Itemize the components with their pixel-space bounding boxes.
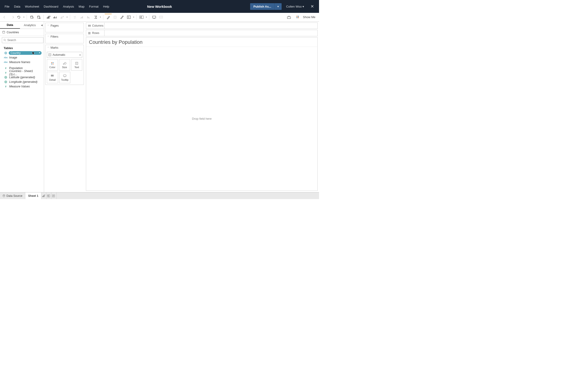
showme-icon[interactable] [294,14,301,21]
svg-rect-2 [39,18,40,19]
show-cards-icon[interactable] [138,14,145,21]
tab-sheet1[interactable]: Sheet 1 [25,192,41,199]
presentation-icon[interactable] [151,14,157,21]
chevron-up-icon: ⌃ [47,47,49,49]
marks-color[interactable]: Color [47,59,58,71]
menu-file[interactable]: File [2,3,12,10]
field-label: Population [9,67,23,70]
clear-icon[interactable] [59,14,66,21]
highlight-icon[interactable] [105,14,112,21]
columns-shelf[interactable]: Columns [86,23,318,29]
collapse-sidebar-icon[interactable]: ◀ [40,22,44,29]
globe-icon [4,81,7,83]
swap-icon[interactable] [71,14,78,21]
showme-button[interactable]: Show Me [303,15,315,19]
field-latitude[interactable]: Latitude (generated) [0,75,44,80]
marks-size[interactable]: Size [59,59,70,71]
sort-desc-icon[interactable] [85,14,92,21]
text-icon: T [75,61,78,65]
titlebar-right: Publish As... ▼ Colten Woo ▾ ✕ [250,3,319,10]
fit-icon[interactable] [125,14,132,21]
new-datasource-icon[interactable] [28,14,35,21]
clear-dropdown[interactable]: ▾ [66,16,69,18]
format-icon[interactable] [119,14,125,21]
workbook-title: New Workbook [147,5,172,8]
new-story-tab-icon[interactable] [52,192,57,199]
menu-map[interactable]: Map [76,3,86,10]
pages-card[interactable]: ⌃Pages [45,23,84,32]
menu-worksheet[interactable]: Worksheet [23,3,41,10]
svg-rect-15 [82,16,83,18]
fit-dropdown[interactable]: ▾ [132,16,135,18]
menu-analysis[interactable]: Analysis [61,3,76,10]
hash-icon: # [4,67,7,69]
field-countries-count[interactable]: # Countries - Sheet1 (3).c... [0,70,44,75]
columns-dropzone[interactable] [104,23,317,29]
field-label: Latitude (generated) [9,76,35,79]
svg-rect-63 [44,195,44,197]
viz-dropzone[interactable]: Drop field here [86,47,317,191]
revert-dropdown[interactable]: ▾ [23,16,25,18]
svg-rect-24 [141,16,143,19]
rows-label: Rows [86,30,104,36]
redo-icon[interactable] [9,14,16,21]
publish-dropdown[interactable]: ▼ [275,3,282,10]
titlebar: File Data Worksheet Dashboard Analysis M… [0,0,319,13]
duplicate-icon[interactable] [52,14,59,21]
user-menu[interactable]: Colten Woo ▾ [284,3,306,10]
marks-detail[interactable]: Detail [47,72,58,83]
tab-datasource[interactable]: Data Source [0,192,25,199]
publish-group: Publish As... ▼ [250,3,281,10]
rows-dropzone[interactable] [104,30,317,36]
close-icon[interactable]: ✕ [309,3,316,10]
pause-updates-icon[interactable] [35,14,42,21]
datasource-row[interactable]: Countries [0,29,44,36]
field-measure-values[interactable]: # Measure Values [0,84,44,89]
new-worksheet-tab-icon[interactable] [41,192,46,199]
sort-asc-icon[interactable] [78,14,85,21]
menu-help[interactable]: Help [101,3,112,10]
svg-rect-28 [296,16,297,17]
hash-icon: # [4,85,7,88]
rows-shelf[interactable]: Rows [86,30,318,36]
tab-data[interactable]: Data [0,22,20,29]
new-worksheet-icon[interactable] [45,14,52,21]
new-dashboard-tab-icon[interactable] [46,192,52,199]
svg-rect-52 [53,76,53,76]
publish-button[interactable]: Publish As... [250,3,275,10]
tab-analytics[interactable]: Analytics [20,22,40,29]
totals-dropdown[interactable]: ▾ [99,16,102,18]
cards-column: ⌃Pages ⌃Filters ⌃Marks T Automatic Color [44,22,85,192]
sheet-title[interactable]: Countries by Population [86,37,317,46]
svg-rect-53 [63,75,66,77]
columns-label: Columns [86,23,104,29]
field-country[interactable]: Country [0,51,44,55]
revert-icon[interactable] [16,14,23,21]
show-cards-dropdown[interactable]: ▾ [145,16,148,18]
share-icon[interactable] [157,14,164,21]
search-input[interactable] [7,39,42,42]
svg-rect-65 [47,196,48,197]
field-measure-names[interactable]: Abc Measure Names [0,60,44,65]
svg-rect-59 [88,34,90,34]
field-longitude[interactable]: Longitude (generated) [0,80,44,84]
menu-dashboard[interactable]: Dashboard [41,3,61,10]
marks-tooltip[interactable]: Tooltip [59,72,70,83]
filters-card[interactable]: ⌃Filters [45,34,84,43]
svg-text:T: T [115,16,116,18]
field-image[interactable]: Abc Image [0,55,44,60]
filters-label: Filters [51,35,58,38]
totals-icon[interactable] [92,14,99,21]
menu-format[interactable]: Format [87,3,101,10]
data-guide-icon[interactable] [285,14,292,21]
size-icon [63,61,66,65]
undo-icon[interactable] [2,14,9,21]
svg-rect-30 [296,17,297,18]
search-box[interactable] [2,37,43,43]
svg-point-40 [52,62,53,63]
detail-icon [51,74,54,78]
marks-text[interactable]: T Text [71,59,82,71]
marks-type-select[interactable]: T Automatic [47,52,82,58]
labels-icon[interactable]: T [112,14,119,21]
menu-data[interactable]: Data [12,3,23,10]
